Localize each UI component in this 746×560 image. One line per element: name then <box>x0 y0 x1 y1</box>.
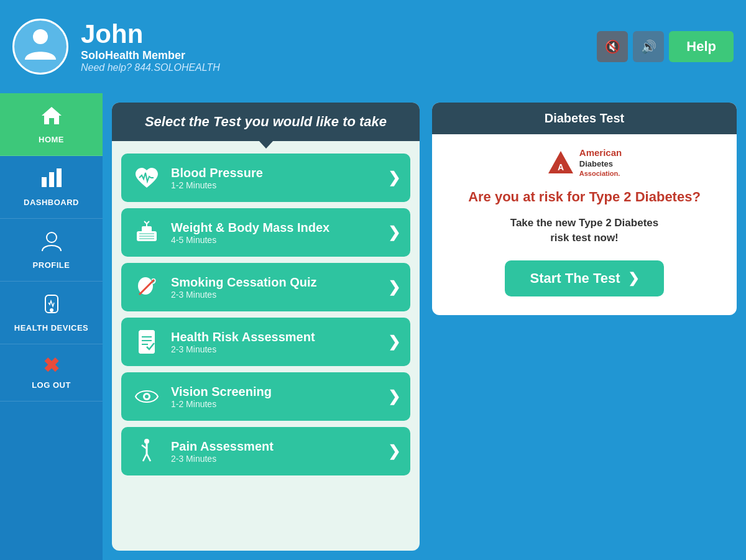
user-help: Need help? 844.SOLOHEALTH <box>81 62 220 73</box>
sidebar: HOME DASHBOARD PROFILE <box>0 93 103 560</box>
pain-duration: 2-3 Minutes <box>171 454 379 464</box>
svg-marker-1 <box>42 107 62 124</box>
volume-on-button[interactable]: 🔊 <box>633 31 664 62</box>
home-icon <box>40 104 63 130</box>
test-item-blood-pressure-text: Blood Pressure 1-2 Minutes <box>171 166 379 190</box>
test-item-weight-bmi-text: Weight & Body Mass Index 4-5 Minutes <box>171 221 379 245</box>
diabetes-card: Diabetes Test A American Diabetes Associ… <box>432 103 737 315</box>
app-header: John SoloHealth Member Need help? 844.SO… <box>0 0 746 93</box>
diabetes-subtitle: Take the new Type 2 Diabetesrisk test no… <box>451 216 718 246</box>
sidebar-home-label: HOME <box>39 135 64 144</box>
avatar-icon <box>22 25 59 68</box>
blood-pressure-arrow: ❯ <box>388 169 400 186</box>
right-panel: Diabetes Test A American Diabetes Associ… <box>432 103 737 551</box>
svg-rect-3 <box>49 172 54 187</box>
test-item-pain[interactable]: Pain Assessment 2-3 Minutes ❯ <box>121 427 410 475</box>
weight-bmi-name: Weight & Body Mass Index <box>171 221 379 235</box>
smoking-duration: 2-3 Minutes <box>171 290 379 300</box>
svg-point-0 <box>33 29 48 44</box>
test-list-header: Select the Test you would like to take <box>112 103 420 141</box>
pain-name: Pain Assessment <box>171 439 379 454</box>
weight-bmi-arrow: ❯ <box>388 224 400 241</box>
sidebar-health-devices-label: HEALTH DEVICES <box>14 323 88 333</box>
weight-bmi-duration: 4-5 Minutes <box>171 235 379 245</box>
health-risk-name: Health Risk Assessment <box>171 330 379 344</box>
smoking-icon <box>131 272 162 303</box>
test-item-health-risk-text: Health Risk Assessment 2-3 Minutes <box>171 330 379 354</box>
logout-icon: ✖ <box>43 356 60 375</box>
test-item-weight-bmi[interactable]: Weight & Body Mass Index 4-5 Minutes ❯ <box>121 208 410 257</box>
pain-icon <box>131 436 162 467</box>
user-name: John <box>81 20 220 48</box>
svg-line-12 <box>147 221 149 224</box>
user-role: SoloHealth Member <box>81 49 220 62</box>
sidebar-profile-label: PROFILE <box>33 260 70 270</box>
start-test-label: Start The Test <box>530 270 620 287</box>
test-item-blood-pressure[interactable]: Blood Pressure 1-2 Minutes ❯ <box>121 154 410 202</box>
vision-arrow: ❯ <box>388 388 400 405</box>
ada-line2: Diabetes <box>579 159 622 170</box>
svg-point-5 <box>47 232 57 242</box>
svg-text:A: A <box>558 162 564 172</box>
diabetes-card-header: Diabetes Test <box>432 103 737 134</box>
sidebar-item-logout[interactable]: ✖ LOG OUT <box>0 344 103 402</box>
health-risk-arrow: ❯ <box>388 333 400 351</box>
svg-point-24 <box>145 395 149 398</box>
test-item-pain-text: Pain Assessment 2-3 Minutes <box>171 439 379 464</box>
test-item-vision[interactable]: Vision Screening 1-2 Minutes ❯ <box>121 372 410 421</box>
start-test-button[interactable]: Start The Test ❯ <box>505 260 663 296</box>
blood-pressure-name: Blood Pressure <box>171 166 379 180</box>
pain-arrow: ❯ <box>388 443 400 460</box>
sidebar-item-dashboard[interactable]: DASHBOARD <box>0 156 103 219</box>
sidebar-item-health-devices[interactable]: HEALTH DEVICES <box>0 282 103 344</box>
ada-logo: A American Diabetes Association. <box>451 147 718 178</box>
ada-line3: Association. <box>579 169 622 178</box>
help-button[interactable]: Help <box>669 31 734 62</box>
avatar <box>12 19 68 75</box>
ada-line1: American <box>579 147 622 159</box>
user-info: John SoloHealth Member Need help? 844.SO… <box>81 20 220 73</box>
svg-rect-2 <box>42 177 47 187</box>
ada-text: American Diabetes Association. <box>579 147 622 178</box>
vision-icon <box>131 381 162 412</box>
weight-bmi-icon <box>131 217 162 248</box>
test-list-items: Blood Pressure 1-2 Minutes ❯ <box>112 141 420 485</box>
svg-point-16 <box>138 277 153 295</box>
test-list-panel: Select the Test you would like to take B… <box>112 103 420 551</box>
health-devices-icon <box>40 293 63 318</box>
health-risk-icon <box>131 326 162 357</box>
svg-point-25 <box>144 439 149 444</box>
test-item-vision-text: Vision Screening 1-2 Minutes <box>171 385 379 409</box>
blood-pressure-icon <box>131 162 162 193</box>
test-item-smoking-text: Smoking Cessation Quiz 2-3 Minutes <box>171 275 379 300</box>
vision-duration: 1-2 Minutes <box>171 399 379 409</box>
svg-line-29 <box>147 454 150 461</box>
svg-line-28 <box>143 454 147 461</box>
sidebar-dashboard-label: DASHBOARD <box>24 198 79 207</box>
diabetes-question: Are you at risk for Type 2 Diabetes? <box>451 188 718 206</box>
test-list-title: Select the Test you would like to take <box>145 114 387 129</box>
start-test-arrow: ❯ <box>628 270 639 287</box>
dashboard-icon <box>40 167 63 193</box>
sidebar-item-home[interactable]: HOME <box>0 93 103 156</box>
sidebar-logout-label: LOG OUT <box>32 380 71 390</box>
test-item-smoking[interactable]: Smoking Cessation Quiz 2-3 Minutes ❯ <box>121 263 410 311</box>
svg-rect-9 <box>142 226 152 232</box>
smoking-name: Smoking Cessation Quiz <box>171 275 379 290</box>
profile-icon <box>40 230 63 255</box>
svg-point-7 <box>50 309 53 311</box>
blood-pressure-duration: 1-2 Minutes <box>171 180 379 190</box>
svg-rect-18 <box>139 331 154 353</box>
volume-off-button[interactable]: 🔇 <box>597 31 628 62</box>
health-risk-duration: 2-3 Minutes <box>171 344 379 354</box>
sidebar-item-profile[interactable]: PROFILE <box>0 219 103 282</box>
diabetes-card-body: A American Diabetes Association. Are you… <box>432 134 737 315</box>
vision-name: Vision Screening <box>171 385 379 399</box>
svg-rect-4 <box>57 168 62 187</box>
header-controls: 🔇 🔊 Help <box>597 31 734 62</box>
test-item-health-risk[interactable]: Health Risk Assessment 2-3 Minutes ❯ <box>121 318 410 366</box>
main-layout: HOME DASHBOARD PROFILE <box>0 93 746 560</box>
smoking-arrow: ❯ <box>388 278 400 296</box>
